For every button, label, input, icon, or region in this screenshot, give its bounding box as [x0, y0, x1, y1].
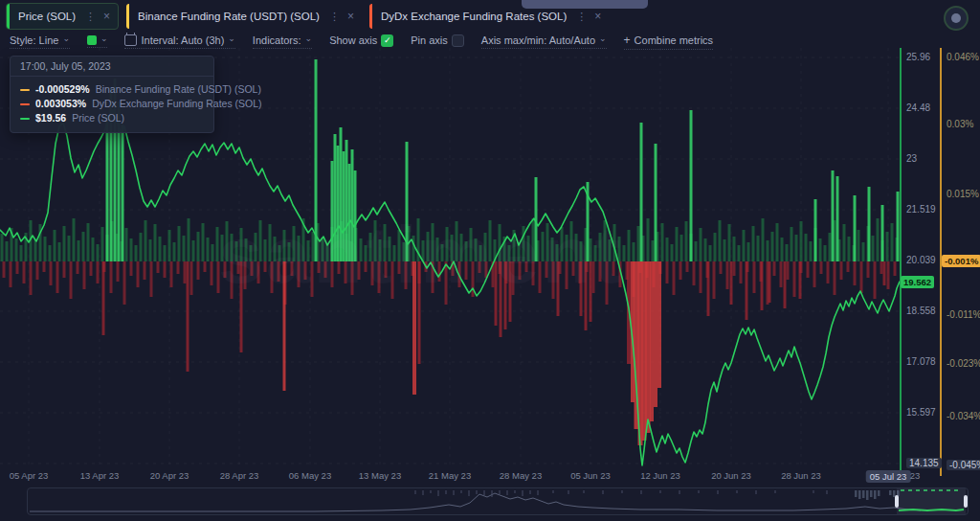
- tab-accent-bar: [369, 4, 372, 29]
- axis-maxmin-dropdown[interactable]: Axis max/min: Auto/Auto ⌄: [481, 34, 607, 49]
- style-label: Style: Line: [10, 34, 58, 46]
- navigator-right-handle[interactable]: [964, 495, 968, 508]
- show-axis-label: Show axis: [329, 34, 377, 46]
- tooltip-label: Binance Funding Rate (USDT) (SOL): [96, 82, 261, 97]
- calendar-icon: [124, 34, 137, 46]
- close-icon[interactable]: ×: [103, 11, 110, 22]
- tab-binance-funding[interactable]: Binance Funding Rate (USDT) (SOL) ⋮ ×: [126, 4, 362, 29]
- tooltip-label: Price (SOL): [72, 111, 124, 125]
- pin-axis-toggle[interactable]: Pin axis: [411, 34, 464, 49]
- tab-price-sol[interactable]: Price (SOL) ⋮ ×: [6, 3, 119, 30]
- tooltip-value: $19.56: [35, 111, 66, 125]
- plus-icon: +: [624, 34, 631, 47]
- kebab-menu-icon[interactable]: ⋮: [329, 11, 340, 22]
- chevron-down-icon: ⌄: [599, 34, 607, 43]
- chart-toolbar: Style: Line ⌄ ⌄ Interval: Auto (3h) ⌄ In…: [0, 33, 980, 50]
- chevron-down-icon: ⌄: [305, 34, 313, 43]
- hover-tooltip: 17:00, July 05, 2023 -0.000529% Binance …: [10, 56, 214, 133]
- indicators-label: Indicators:: [253, 34, 301, 46]
- tooltip-timestamp: 17:00, July 05, 2023: [11, 57, 213, 77]
- clipped-popup-remnant: [522, 0, 648, 9]
- tooltip-row-dydx: 0.003053% DyDx Exchange Funding Rates (S…: [20, 97, 204, 111]
- last-price-badge: 19.562: [901, 276, 934, 288]
- tooltip-label: DyDx Exchange Funding Rates (SOL): [92, 97, 261, 111]
- series-dash-icon: [20, 89, 30, 91]
- pin-axis-checkbox[interactable]: [452, 34, 464, 47]
- show-axis-toggle[interactable]: Show axis ✓: [329, 34, 393, 49]
- series-dash-icon: [20, 103, 30, 105]
- tooltip-value: 0.003053%: [35, 97, 86, 111]
- tab-label: DyDx Exchange Funding Rates (SOL): [381, 11, 567, 22]
- series-dash-icon: [20, 118, 30, 120]
- close-icon[interactable]: ×: [347, 11, 354, 22]
- kebab-menu-icon[interactable]: ⋮: [576, 11, 587, 22]
- combine-metrics-label: Combine metrics: [635, 34, 714, 46]
- last-funding-badge: -0.001%: [942, 255, 980, 267]
- tooltip-value: -0.000529%: [35, 82, 90, 97]
- tooltip-row-binance: -0.000529% Binance Funding Rate (USDT) (…: [20, 82, 204, 97]
- range-navigator[interactable]: [27, 487, 969, 515]
- show-axis-checkbox[interactable]: ✓: [381, 34, 393, 47]
- chevron-down-icon: ⌄: [100, 34, 108, 43]
- interval-label: Interval: Auto (3h): [141, 34, 224, 46]
- navigator-mini-chart: [28, 488, 966, 512]
- tab-accent-bar: [7, 4, 10, 29]
- color-swatch-dropdown[interactable]: ⌄: [87, 35, 108, 48]
- navigator-selection[interactable]: [897, 488, 966, 514]
- axis-maxmin-label: Axis max/min: Auto/Auto: [481, 34, 595, 46]
- chevron-down-icon: ⌄: [228, 34, 235, 43]
- style-dropdown[interactable]: Style: Line ⌄: [10, 34, 70, 49]
- chart-app: Price (SOL) ⋮ × Binance Funding Rate (US…: [0, 0, 980, 521]
- indicators-dropdown[interactable]: Indicators: ⌄: [253, 34, 312, 49]
- combine-metrics-button[interactable]: + Combine metrics: [624, 34, 714, 50]
- tab-label: Price (SOL): [18, 11, 76, 22]
- tab-label: Binance Funding Rate (USDT) (SOL): [138, 11, 320, 22]
- chevron-down-icon: ⌄: [62, 34, 70, 43]
- tooltip-row-price: $19.56 Price (SOL): [20, 111, 204, 125]
- tab-accent-bar: [126, 4, 129, 29]
- series-color-swatch: [87, 35, 97, 45]
- navigator-left-handle[interactable]: [895, 495, 899, 508]
- tab-bar: Price (SOL) ⋮ × Binance Funding Rate (US…: [0, 0, 980, 33]
- interval-dropdown[interactable]: Interval: Auto (3h) ⌄: [124, 34, 234, 49]
- kebab-menu-icon[interactable]: ⋮: [85, 11, 96, 22]
- close-icon[interactable]: ×: [594, 11, 601, 22]
- pin-axis-label: Pin axis: [411, 34, 448, 46]
